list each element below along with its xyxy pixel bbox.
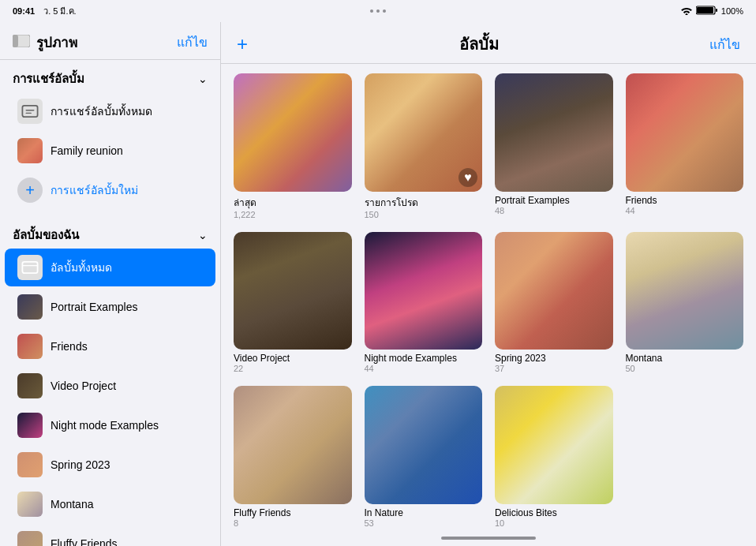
svg-rect-2 [716, 9, 717, 12]
sidebar-item-label: การแชร์อัลบั้มทั้งหมด [51, 103, 152, 120]
portrait-thumb [17, 294, 43, 320]
album-card[interactable]: Spring 202337 [495, 232, 613, 374]
sidebar-title: รูปภาพ [36, 32, 77, 53]
album-count: 8 [234, 518, 352, 528]
album-name: Spring 2023 [495, 353, 613, 364]
albums-grid: ล่าสุด1,222♥รายการโปรด150Portrait Exampl… [221, 64, 756, 530]
album-card[interactable]: Friends44 [626, 73, 744, 219]
album-info: In Nature53 [365, 507, 483, 528]
main-header: + อัลบั้ม แก้ไข [221, 22, 756, 64]
album-name: Friends [626, 195, 744, 206]
new-shared-album-item[interactable]: + การแชร์อัลบั้มใหม่ [5, 171, 215, 209]
home-indicator [441, 537, 536, 540]
sidebar-item-label: Portrait Examples [51, 301, 137, 313]
album-count: 48 [495, 206, 613, 215]
family-reunion-thumb [17, 138, 43, 163]
section-myalbums-header: อัลบั้มของฉัน ⌄ [0, 216, 220, 248]
chevron-down-icon[interactable]: ⌄ [198, 73, 208, 85]
sidebar-item-label: Spring 2023 [51, 458, 110, 471]
sidebar: รูปภาพ แก้ไข การแชร์อัลบั้ม ⌄ การแชร์อัล… [0, 22, 221, 546]
album-name: ล่าสุด [234, 195, 352, 210]
sidebar-header: รูปภาพ แก้ไข [0, 22, 220, 60]
svg-rect-1 [697, 7, 713, 13]
album-card[interactable]: Video Project22 [234, 232, 352, 374]
album-card[interactable]: Delicious Bites10 [495, 386, 613, 528]
sidebar-edit-button[interactable]: แก้ไข [177, 32, 208, 52]
svg-rect-5 [22, 106, 37, 117]
album-card[interactable]: Montana50 [626, 232, 744, 374]
album-count: 1,222 [234, 210, 352, 219]
battery-pct: 100% [721, 6, 743, 16]
album-info: Fluffy Friends8 [234, 507, 352, 528]
album-count: 150 [365, 210, 483, 219]
chevron-down-icon[interactable]: ⌄ [198, 229, 208, 241]
album-name: In Nature [365, 507, 483, 518]
album-name: รายการโปรด [365, 195, 483, 210]
album-info: Video Project22 [234, 353, 352, 373]
main-title: อัลบั้ม [459, 32, 499, 57]
sidebar-item-label: Montana [51, 498, 93, 510]
album-card[interactable]: Fluffy Friends8 [234, 386, 352, 528]
spring-thumb [17, 452, 43, 477]
album-thumbnail [234, 73, 352, 192]
bottom-handle [221, 530, 756, 546]
night-thumb [17, 413, 43, 438]
sidebar-item-montana[interactable]: Montana [5, 485, 215, 523]
album-card[interactable]: ล่าสุด1,222 [234, 73, 352, 219]
status-bar: 09:41 ว. 5 มี.ค. 100% [0, 0, 756, 22]
wifi-icon [680, 6, 693, 17]
album-info: Spring 202337 [495, 353, 613, 373]
album-info: Friends44 [626, 195, 744, 215]
album-card[interactable]: ♥รายการโปรด150 [365, 73, 483, 219]
album-name: Video Project [234, 353, 352, 364]
album-card[interactable]: In Nature53 [365, 386, 483, 528]
album-info: Night mode Examples44 [365, 353, 483, 373]
add-shared-icon: + [17, 178, 43, 203]
add-album-button[interactable]: + [237, 33, 248, 55]
sidebar-item-family-reunion[interactable]: Family reunion [5, 132, 215, 170]
album-name: Delicious Bites [495, 507, 613, 518]
album-count: 44 [626, 206, 744, 215]
album-count: 10 [495, 518, 613, 528]
sidebar-item-label: อัลบั้มทั้งหมด [51, 259, 112, 276]
sidebar-item-all-albums[interactable]: อัลบั้มทั้งหมด [5, 249, 215, 286]
sidebar-item-portrait[interactable]: Portrait Examples [5, 288, 215, 326]
sidebar-item-spring[interactable]: Spring 2023 [5, 446, 215, 484]
friends-thumb [17, 334, 43, 359]
album-thumbnail [365, 386, 483, 504]
sidebar-item-video[interactable]: Video Project [5, 367, 215, 405]
album-thumbnail [234, 232, 352, 350]
album-name: Portrait Examples [495, 195, 613, 206]
video-thumb [17, 373, 43, 398]
section-sharing-title: การแชร์อัลบั้ม [13, 69, 84, 88]
sidebar-item-friends[interactable]: Friends [5, 327, 215, 365]
sharing-all-thumb [17, 99, 43, 124]
album-thumbnail [234, 386, 352, 504]
album-info: Montana50 [626, 353, 744, 373]
album-info: Delicious Bites10 [495, 507, 613, 528]
album-info: รายการโปรด150 [365, 195, 483, 219]
album-thumbnail [495, 232, 613, 350]
sidebar-item-night[interactable]: Night mode Examples [5, 406, 215, 444]
main-edit-button[interactable]: แก้ไข [709, 35, 740, 54]
album-name: Fluffy Friends [234, 507, 352, 518]
album-count: 37 [495, 364, 613, 373]
fluffy-thumb [17, 531, 43, 546]
album-name: Montana [626, 353, 744, 364]
new-shared-label: การแชร์อัลบั้มใหม่ [51, 181, 138, 199]
album-card[interactable]: Portrait Examples48 [495, 73, 613, 219]
sidebar-toggle-icon[interactable] [13, 35, 30, 50]
svg-rect-6 [22, 262, 37, 273]
album-card[interactable]: Night mode Examples44 [365, 232, 483, 374]
montana-thumb [17, 492, 43, 517]
sidebar-item-fluffy[interactable]: Fluffy Friends [5, 525, 215, 546]
svg-rect-4 [13, 35, 18, 47]
status-right: 100% [680, 5, 743, 17]
album-info: ล่าสุด1,222 [234, 195, 352, 219]
sidebar-item-label: Friends [51, 340, 88, 353]
album-thumbnail [626, 73, 744, 192]
album-name: Night mode Examples [365, 353, 483, 364]
sidebar-item-sharing-all[interactable]: การแชร์อัลบั้มทั้งหมด [5, 92, 215, 130]
album-thumbnail [626, 232, 744, 350]
album-info: Portrait Examples48 [495, 195, 613, 215]
